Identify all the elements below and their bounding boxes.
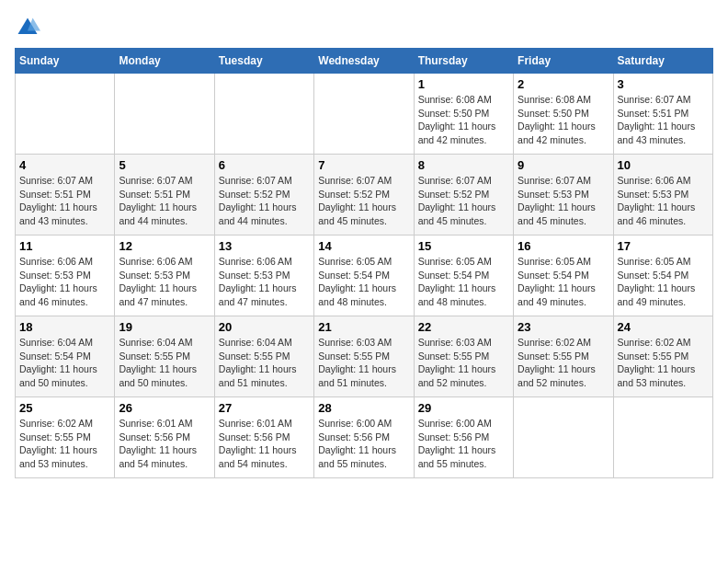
header: [15, 15, 713, 40]
day-info: Sunrise: 6:02 AMSunset: 5:55 PMDaylight:…: [518, 336, 609, 390]
day-info: Sunrise: 6:02 AMSunset: 5:55 PMDaylight:…: [618, 336, 709, 390]
calendar-cell: 6Sunrise: 6:07 AMSunset: 5:52 PMDaylight…: [214, 155, 313, 236]
calendar-cell: 29Sunrise: 6:00 AMSunset: 5:56 PMDayligh…: [414, 397, 513, 478]
day-info: Sunrise: 6:07 AMSunset: 5:52 PMDaylight:…: [418, 174, 509, 228]
day-info: Sunrise: 6:07 AMSunset: 5:53 PMDaylight:…: [518, 174, 609, 228]
day-number: 3: [618, 77, 709, 91]
calendar-cell: 4Sunrise: 6:07 AMSunset: 5:51 PMDaylight…: [16, 155, 115, 236]
calendar-cell: 25Sunrise: 6:02 AMSunset: 5:55 PMDayligh…: [16, 397, 115, 478]
day-number: 11: [19, 239, 110, 253]
day-number: 22: [418, 320, 509, 334]
day-number: 6: [219, 158, 310, 172]
day-number: 26: [119, 401, 210, 415]
calendar-header: SundayMondayTuesdayWednesdayThursdayFrid…: [16, 49, 713, 74]
day-info: Sunrise: 6:06 AMSunset: 5:53 PMDaylight:…: [618, 174, 709, 228]
calendar-cell: 21Sunrise: 6:03 AMSunset: 5:55 PMDayligh…: [314, 316, 414, 397]
calendar-cell: [16, 74, 115, 155]
day-number: 1: [418, 77, 509, 91]
day-info: Sunrise: 6:08 AMSunset: 5:50 PMDaylight:…: [518, 93, 609, 147]
weekday-header-saturday: Saturday: [613, 49, 712, 74]
day-number: 21: [318, 320, 409, 334]
day-number: 17: [618, 239, 709, 253]
calendar-cell: 15Sunrise: 6:05 AMSunset: 5:54 PMDayligh…: [414, 236, 513, 316]
calendar-cell: 8Sunrise: 6:07 AMSunset: 5:52 PMDaylight…: [414, 155, 513, 236]
day-number: 10: [618, 158, 709, 172]
calendar-cell: 13Sunrise: 6:06 AMSunset: 5:53 PMDayligh…: [214, 236, 313, 316]
weekday-header-sunday: Sunday: [16, 49, 115, 74]
calendar-cell: 23Sunrise: 6:02 AMSunset: 5:55 PMDayligh…: [514, 316, 613, 397]
day-info: Sunrise: 6:05 AMSunset: 5:54 PMDaylight:…: [318, 255, 409, 309]
calendar-cell: 7Sunrise: 6:07 AMSunset: 5:52 PMDaylight…: [314, 155, 414, 236]
day-number: 5: [119, 158, 210, 172]
day-number: 8: [418, 158, 509, 172]
day-info: Sunrise: 6:07 AMSunset: 5:51 PMDaylight:…: [19, 174, 110, 228]
day-number: 16: [518, 239, 609, 253]
day-info: Sunrise: 6:08 AMSunset: 5:50 PMDaylight:…: [418, 93, 509, 147]
calendar-cell: 11Sunrise: 6:06 AMSunset: 5:53 PMDayligh…: [16, 236, 115, 316]
day-number: 9: [518, 158, 609, 172]
weekday-header-monday: Monday: [115, 49, 214, 74]
calendar-cell: [613, 397, 712, 478]
calendar-cell: 2Sunrise: 6:08 AMSunset: 5:50 PMDaylight…: [514, 74, 613, 155]
weekday-header-tuesday: Tuesday: [214, 49, 313, 74]
day-info: Sunrise: 6:07 AMSunset: 5:51 PMDaylight:…: [119, 174, 210, 228]
calendar-cell: 22Sunrise: 6:03 AMSunset: 5:55 PMDayligh…: [414, 316, 513, 397]
calendar-cell: 19Sunrise: 6:04 AMSunset: 5:55 PMDayligh…: [115, 316, 214, 397]
calendar-table: SundayMondayTuesdayWednesdayThursdayFrid…: [15, 48, 713, 478]
day-number: 15: [418, 239, 509, 253]
calendar-week-row: 4Sunrise: 6:07 AMSunset: 5:51 PMDaylight…: [16, 155, 713, 236]
day-number: 25: [19, 401, 110, 415]
day-info: Sunrise: 6:04 AMSunset: 5:55 PMDaylight:…: [219, 336, 310, 390]
calendar-cell: 9Sunrise: 6:07 AMSunset: 5:53 PMDaylight…: [514, 155, 613, 236]
day-info: Sunrise: 6:07 AMSunset: 5:51 PMDaylight:…: [618, 93, 709, 147]
day-number: 12: [119, 239, 210, 253]
day-info: Sunrise: 6:03 AMSunset: 5:55 PMDaylight:…: [418, 336, 509, 390]
calendar-cell: 28Sunrise: 6:00 AMSunset: 5:56 PMDayligh…: [314, 397, 414, 478]
day-info: Sunrise: 6:05 AMSunset: 5:54 PMDaylight:…: [618, 255, 709, 309]
day-number: 2: [518, 77, 609, 91]
calendar-cell: 10Sunrise: 6:06 AMSunset: 5:53 PMDayligh…: [613, 155, 712, 236]
day-info: Sunrise: 6:03 AMSunset: 5:55 PMDaylight:…: [318, 336, 409, 390]
day-info: Sunrise: 6:07 AMSunset: 5:52 PMDaylight:…: [219, 174, 310, 228]
calendar-cell: 27Sunrise: 6:01 AMSunset: 5:56 PMDayligh…: [214, 397, 313, 478]
day-info: Sunrise: 6:06 AMSunset: 5:53 PMDaylight:…: [119, 255, 210, 309]
weekday-header-wednesday: Wednesday: [314, 49, 414, 74]
calendar-body: 1Sunrise: 6:08 AMSunset: 5:50 PMDaylight…: [16, 74, 713, 478]
day-number: 29: [418, 401, 509, 415]
day-info: Sunrise: 6:05 AMSunset: 5:54 PMDaylight:…: [418, 255, 509, 309]
calendar-cell: 16Sunrise: 6:05 AMSunset: 5:54 PMDayligh…: [514, 236, 613, 316]
calendar-cell: 1Sunrise: 6:08 AMSunset: 5:50 PMDaylight…: [414, 74, 513, 155]
weekday-header-friday: Friday: [514, 49, 613, 74]
calendar-cell: 17Sunrise: 6:05 AMSunset: 5:54 PMDayligh…: [613, 236, 712, 316]
day-info: Sunrise: 6:01 AMSunset: 5:56 PMDaylight:…: [219, 417, 310, 471]
calendar-cell: 20Sunrise: 6:04 AMSunset: 5:55 PMDayligh…: [214, 316, 313, 397]
calendar-week-row: 11Sunrise: 6:06 AMSunset: 5:53 PMDayligh…: [16, 236, 713, 316]
calendar-cell: 18Sunrise: 6:04 AMSunset: 5:54 PMDayligh…: [16, 316, 115, 397]
calendar-cell: 14Sunrise: 6:05 AMSunset: 5:54 PMDayligh…: [314, 236, 414, 316]
calendar-cell: [115, 74, 214, 155]
calendar-cell: 24Sunrise: 6:02 AMSunset: 5:55 PMDayligh…: [613, 316, 712, 397]
calendar-cell: [514, 397, 613, 478]
day-info: Sunrise: 6:04 AMSunset: 5:54 PMDaylight:…: [19, 336, 110, 390]
calendar-cell: 12Sunrise: 6:06 AMSunset: 5:53 PMDayligh…: [115, 236, 214, 316]
calendar-cell: 26Sunrise: 6:01 AMSunset: 5:56 PMDayligh…: [115, 397, 214, 478]
calendar-week-row: 25Sunrise: 6:02 AMSunset: 5:55 PMDayligh…: [16, 397, 713, 478]
day-number: 23: [518, 320, 609, 334]
day-info: Sunrise: 6:02 AMSunset: 5:55 PMDaylight:…: [19, 417, 110, 471]
calendar-week-row: 1Sunrise: 6:08 AMSunset: 5:50 PMDaylight…: [16, 74, 713, 155]
day-number: 13: [219, 239, 310, 253]
day-info: Sunrise: 6:05 AMSunset: 5:54 PMDaylight:…: [518, 255, 609, 309]
day-number: 4: [19, 158, 110, 172]
calendar-week-row: 18Sunrise: 6:04 AMSunset: 5:54 PMDayligh…: [16, 316, 713, 397]
day-info: Sunrise: 6:07 AMSunset: 5:52 PMDaylight:…: [318, 174, 409, 228]
calendar-cell: [214, 74, 313, 155]
logo: [15, 15, 44, 40]
day-number: 20: [219, 320, 310, 334]
page-container: SundayMondayTuesdayWednesdayThursdayFrid…: [15, 15, 713, 478]
day-number: 19: [119, 320, 210, 334]
day-info: Sunrise: 6:01 AMSunset: 5:56 PMDaylight:…: [119, 417, 210, 471]
day-number: 18: [19, 320, 110, 334]
day-number: 14: [318, 239, 409, 253]
calendar-cell: 3Sunrise: 6:07 AMSunset: 5:51 PMDaylight…: [613, 74, 712, 155]
calendar-cell: [314, 74, 414, 155]
